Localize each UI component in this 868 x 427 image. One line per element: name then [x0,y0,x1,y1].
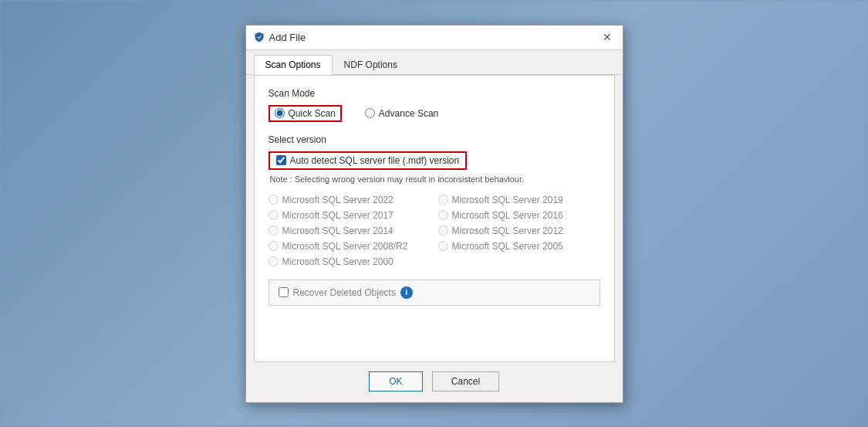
select-version-section: Select version Auto detect SQL server fi… [269,134,600,306]
add-file-dialog: Add File ✕ Scan Options NDF Options Scan… [245,25,623,403]
version-2012-label: Microsoft SQL Server 2012 [452,225,563,236]
select-version-label: Select version [269,134,600,145]
advance-scan-label: Advance Scan [379,108,438,119]
version-2019[interactable]: Microsoft SQL Server 2019 [438,195,600,205]
dialog-title-text: Add File [269,32,306,43]
scan-options-content: Scan Mode Quick Scan Advance Scan [254,75,615,362]
quick-scan-label: Quick Scan [289,108,336,119]
version-2022[interactable]: Microsoft SQL Server 2022 [269,195,431,205]
dialog-close-button[interactable]: ✕ [599,29,615,45]
ok-button[interactable]: OK [369,371,423,391]
version-2017-radio[interactable] [269,210,279,220]
auto-detect-checkbox[interactable] [276,155,286,165]
quick-scan-radio[interactable] [275,108,285,118]
scan-mode-label: Scan Mode [269,88,600,99]
dialog-footer: OK Cancel [246,362,623,402]
version-note: Note : Selecting wrong version may resul… [270,175,600,184]
tabs-bar: Scan Options NDF Options [246,50,623,75]
version-2017[interactable]: Microsoft SQL Server 2017 [269,210,431,221]
dialog-titlebar: Add File ✕ [246,25,623,50]
recover-section: Recover Deleted Objects i [269,280,600,306]
version-2008r2-radio[interactable] [269,241,279,251]
version-2012[interactable]: Microsoft SQL Server 2012 [438,225,600,236]
auto-detect-highlight: Auto detect SQL server file (.mdf) versi… [269,151,468,170]
dialog-body: Scan Options NDF Options Scan Mode Quick… [246,50,623,402]
version-2022-radio[interactable] [269,195,279,205]
version-2005-label: Microsoft SQL Server 2005 [452,241,563,252]
quick-scan-highlight: Quick Scan [269,105,342,122]
version-2022-label: Microsoft SQL Server 2022 [282,195,393,205]
version-2016-label: Microsoft SQL Server 2016 [452,210,563,221]
version-grid: Microsoft SQL Server 2022 Microsoft SQL … [269,195,600,267]
version-2019-radio[interactable] [438,195,448,205]
version-2000-radio[interactable] [269,256,279,266]
version-2000[interactable]: Microsoft SQL Server 2000 [269,256,431,267]
advance-scan-radio[interactable] [365,108,375,118]
dialog-title-left: Add File [254,32,306,43]
version-2005-radio[interactable] [438,241,448,251]
advance-scan-option[interactable]: Advance Scan [365,108,438,119]
dialog-overlay: Add File ✕ Scan Options NDF Options Scan… [0,0,868,427]
recover-info-icon[interactable]: i [400,286,413,299]
cancel-button[interactable]: Cancel [432,371,499,391]
version-2019-label: Microsoft SQL Server 2019 [452,195,563,205]
version-2012-radio[interactable] [438,225,448,236]
auto-detect-option[interactable]: Auto detect SQL server file (.mdf) versi… [276,155,460,166]
quick-scan-option[interactable]: Quick Scan [275,108,336,119]
version-2008r2[interactable]: Microsoft SQL Server 2008/R2 [269,241,431,252]
version-2014-radio[interactable] [269,225,279,236]
version-2016-radio[interactable] [438,210,448,220]
version-2005[interactable]: Microsoft SQL Server 2005 [438,241,600,252]
shield-icon [254,32,265,42]
version-2017-label: Microsoft SQL Server 2017 [282,210,393,221]
version-2014[interactable]: Microsoft SQL Server 2014 [269,225,431,236]
tab-scan-options[interactable]: Scan Options [254,55,333,75]
auto-detect-label: Auto detect SQL server file (.mdf) versi… [290,155,460,166]
version-2014-label: Microsoft SQL Server 2014 [282,225,393,236]
scan-mode-row: Quick Scan Advance Scan [269,105,600,122]
version-2000-label: Microsoft SQL Server 2000 [282,256,393,267]
tab-ndf-options[interactable]: NDF Options [333,55,409,75]
recover-deleted-checkbox[interactable] [279,287,289,297]
version-2008r2-label: Microsoft SQL Server 2008/R2 [282,241,408,252]
recover-deleted-label: Recover Deleted Objects [293,287,396,298]
version-2016[interactable]: Microsoft SQL Server 2016 [438,210,600,221]
